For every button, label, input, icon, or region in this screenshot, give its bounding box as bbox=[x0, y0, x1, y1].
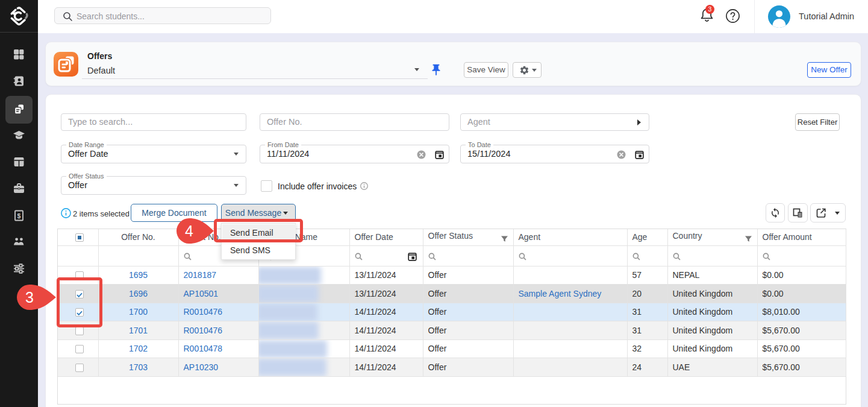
svg-text:$: $ bbox=[17, 212, 21, 219]
svg-text:3: 3 bbox=[25, 289, 34, 306]
svg-text:4: 4 bbox=[185, 222, 193, 239]
